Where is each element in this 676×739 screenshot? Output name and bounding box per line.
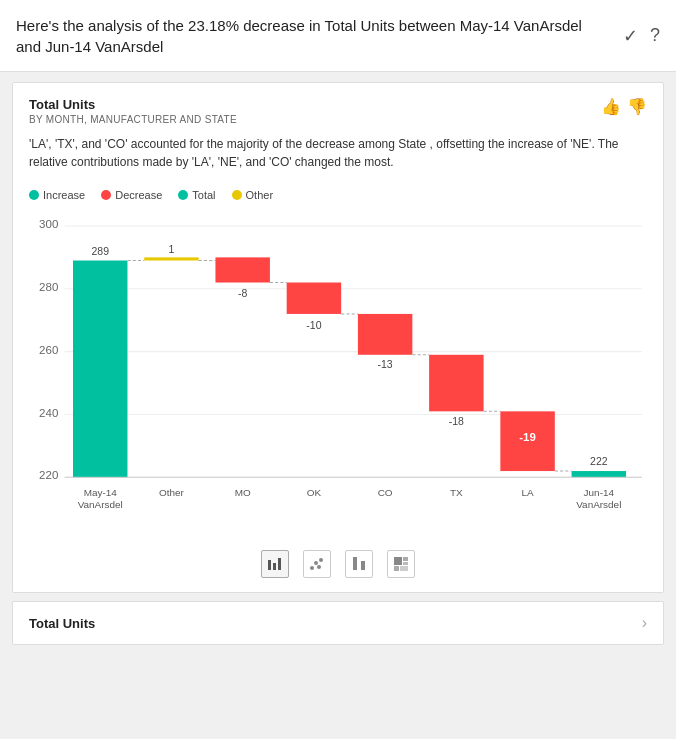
legend-item-increase: Increase: [29, 189, 85, 201]
svg-point-40: [314, 561, 318, 565]
legend-label-other: Other: [246, 189, 274, 201]
thumbdown-icon[interactable]: 👎: [627, 97, 647, 116]
card-subtitle: BY MONTH, MANUFACTURER AND STATE: [29, 114, 237, 125]
card-title: Total Units: [29, 97, 237, 112]
svg-text:VanArsdel: VanArsdel: [576, 499, 621, 510]
legend-label-total: Total: [192, 189, 215, 201]
bar-mo: [215, 257, 269, 282]
bottom-card-arrow: ›: [642, 614, 647, 632]
legend-item-other: Other: [232, 189, 274, 201]
help-icon[interactable]: ?: [650, 25, 660, 46]
chart-type-icons: [29, 550, 647, 582]
svg-text:-8: -8: [238, 288, 247, 299]
legend-label-decrease: Decrease: [115, 189, 162, 201]
svg-text:May-14: May-14: [84, 487, 118, 498]
legend-dot-other: [232, 190, 242, 200]
svg-text:CO: CO: [378, 487, 393, 498]
legend-dot-total: [178, 190, 188, 200]
legend-label-increase: Increase: [43, 189, 85, 201]
card-feedback: 👍 👎: [601, 97, 647, 116]
header-title: Here's the analysis of the 23.18% decrea…: [16, 15, 623, 57]
bottom-card-title: Total Units: [29, 616, 95, 631]
svg-rect-46: [403, 557, 408, 561]
svg-text:280: 280: [39, 281, 58, 293]
card-description: 'LA', 'TX', and 'CO' accounted for the m…: [29, 135, 647, 171]
legend-dot-increase: [29, 190, 39, 200]
svg-text:1: 1: [169, 244, 175, 255]
svg-text:-18: -18: [449, 416, 464, 427]
bar-tx: [429, 355, 483, 412]
svg-rect-38: [278, 558, 281, 570]
svg-text:-19: -19: [519, 431, 536, 443]
bar-co: [358, 314, 412, 355]
header-icons: ✓ ?: [623, 25, 660, 47]
svg-text:LA: LA: [522, 487, 535, 498]
legend-item-total: Total: [178, 189, 215, 201]
column-chart-icon[interactable]: [345, 550, 373, 578]
bar-chart-icon[interactable]: [261, 550, 289, 578]
svg-text:300: 300: [39, 218, 58, 230]
chart-legend: Increase Decrease Total Other: [29, 189, 647, 201]
svg-point-42: [317, 565, 321, 569]
waterfall-chart: 300 280 260 240 220 289: [29, 205, 647, 540]
svg-rect-48: [400, 566, 408, 571]
svg-rect-44: [361, 561, 365, 570]
svg-text:TX: TX: [450, 487, 463, 498]
svg-text:222: 222: [590, 456, 608, 467]
svg-rect-36: [268, 560, 271, 570]
bar-ok: [287, 283, 341, 314]
legend-dot-decrease: [101, 190, 111, 200]
svg-rect-47: [394, 566, 399, 571]
main-content: Total Units BY MONTH, MANUFACTURER AND S…: [0, 72, 676, 739]
header: Here's the analysis of the 23.18% decrea…: [0, 0, 676, 72]
bar-may14: [73, 261, 127, 478]
treemap-icon[interactable]: [387, 550, 415, 578]
analysis-card: Total Units BY MONTH, MANUFACTURER AND S…: [12, 82, 664, 593]
svg-text:289: 289: [92, 246, 110, 257]
svg-text:Other: Other: [159, 487, 185, 498]
bar-jun14: [572, 471, 626, 477]
scatter-chart-icon[interactable]: [303, 550, 331, 578]
svg-text:-10: -10: [306, 320, 321, 331]
svg-rect-49: [403, 562, 408, 565]
chart-wrapper: 300 280 260 240 220 289: [29, 205, 647, 544]
svg-text:240: 240: [39, 407, 58, 419]
card-header-text: Total Units BY MONTH, MANUFACTURER AND S…: [29, 97, 237, 125]
svg-text:-13: -13: [378, 359, 393, 370]
svg-point-39: [310, 566, 314, 570]
svg-text:Jun-14: Jun-14: [584, 487, 615, 498]
thumbup-icon[interactable]: 👍: [601, 97, 621, 116]
svg-text:220: 220: [39, 469, 58, 481]
svg-rect-37: [273, 563, 276, 570]
svg-rect-45: [394, 557, 402, 565]
svg-point-41: [319, 558, 323, 562]
check-icon[interactable]: ✓: [623, 25, 638, 47]
bottom-card[interactable]: Total Units ›: [12, 601, 664, 645]
svg-text:VanArsdel: VanArsdel: [78, 499, 123, 510]
svg-text:OK: OK: [307, 487, 322, 498]
legend-item-decrease: Decrease: [101, 189, 162, 201]
svg-text:260: 260: [39, 344, 58, 356]
svg-rect-43: [353, 557, 357, 570]
card-header: Total Units BY MONTH, MANUFACTURER AND S…: [29, 97, 647, 125]
bar-other: [144, 257, 198, 260]
svg-text:MO: MO: [235, 487, 251, 498]
